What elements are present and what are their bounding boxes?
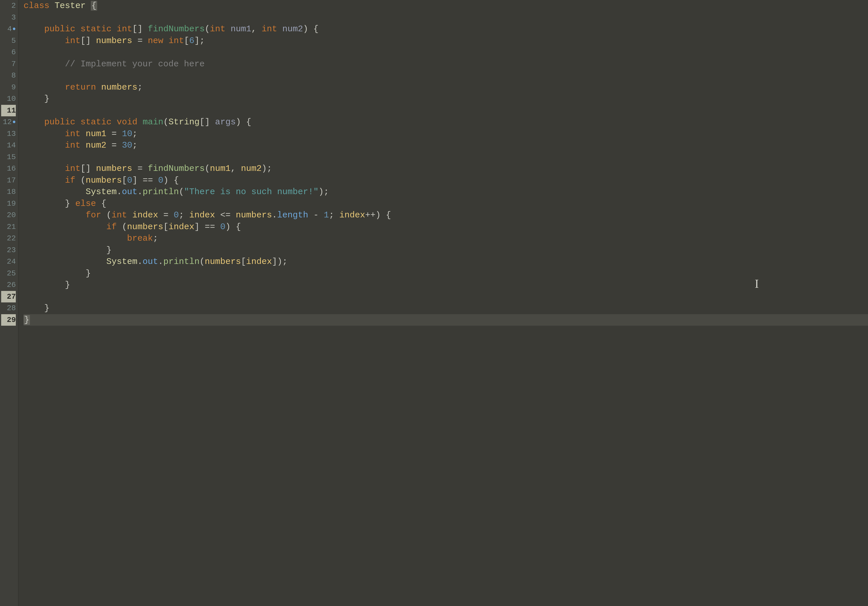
line-number-gutter[interactable]: 2 3 4● 5 6 7 8 9 10 11 12● 13 14 15 16 1… (0, 0, 19, 606)
line-number[interactable]: 3 (1, 12, 16, 23)
code-line[interactable] (23, 12, 868, 23)
line-number[interactable]: 17 (1, 175, 16, 186)
line-number[interactable]: 21 (1, 221, 16, 233)
code-line[interactable]: } (23, 314, 868, 326)
code-line[interactable]: public static int[] findNumbers(int num1… (23, 23, 868, 35)
line-number[interactable]: 9 (1, 82, 16, 93)
code-line[interactable]: class Tester { (23, 0, 868, 12)
code-line[interactable]: System.out.println("There is no such num… (23, 186, 868, 198)
line-number[interactable]: 18 (1, 186, 16, 198)
line-number[interactable]: 22 (1, 233, 16, 244)
code-line[interactable]: int num1 = 10; (23, 128, 868, 140)
line-number[interactable]: 12● (1, 116, 16, 128)
breakpoint-icon[interactable]: ● (12, 119, 16, 125)
code-line[interactable]: return numbers; (23, 82, 868, 93)
line-number[interactable]: 29 (1, 314, 16, 326)
code-line[interactable]: } else { (23, 198, 868, 210)
code-line[interactable]: break; (23, 233, 868, 244)
code-line[interactable]: if (numbers[index] == 0) { (23, 221, 868, 233)
code-line[interactable]: } (23, 267, 868, 280)
line-number[interactable]: 19 (1, 198, 16, 210)
code-line[interactable] (23, 291, 868, 303)
code-line[interactable]: if (numbers[0] == 0) { (23, 175, 868, 186)
line-number[interactable]: 8 (1, 70, 16, 82)
code-line[interactable]: int[] numbers = findNumbers(num1, num2); (23, 163, 868, 175)
line-number[interactable]: 24 (1, 256, 16, 267)
line-number[interactable]: 27 (1, 291, 16, 303)
line-number[interactable]: 23 (1, 244, 16, 256)
code-line[interactable]: // Implement your code here (23, 58, 868, 70)
line-number[interactable]: 20 (1, 209, 16, 221)
line-number[interactable]: 10 (1, 93, 16, 105)
line-number[interactable]: 16 (1, 163, 16, 175)
code-line[interactable]: int[] numbers = new int[6]; (23, 35, 868, 47)
code-line[interactable] (23, 46, 868, 58)
breakpoint-icon[interactable]: ● (12, 26, 16, 32)
code-editor[interactable]: 2 3 4● 5 6 7 8 9 10 11 12● 13 14 15 16 1… (0, 0, 868, 606)
line-number[interactable]: 26 (1, 279, 16, 291)
code-line[interactable] (23, 105, 868, 117)
code-line[interactable]: } (23, 93, 868, 105)
code-line[interactable]: } (23, 279, 868, 291)
code-area[interactable]: class Tester { public static int[] findN… (19, 0, 868, 606)
line-number[interactable]: 2 (1, 0, 16, 12)
code-line[interactable]: int num2 = 30; (23, 139, 868, 152)
line-number[interactable]: 28 (1, 302, 16, 314)
line-number[interactable]: 6 (1, 46, 16, 58)
code-line[interactable]: } (23, 244, 868, 256)
code-line[interactable]: for (int index = 0; index <= numbers.len… (23, 209, 868, 221)
code-line[interactable]: System.out.println(numbers[index]); (23, 256, 868, 267)
line-number[interactable]: 11 (1, 105, 16, 117)
line-number[interactable]: 15 (1, 152, 16, 163)
code-line[interactable] (23, 152, 868, 163)
code-line[interactable]: } (23, 302, 868, 314)
text-cursor-icon: I (755, 276, 759, 292)
line-number[interactable]: 7 (1, 58, 16, 70)
line-number[interactable]: 4● (1, 23, 16, 35)
line-number[interactable]: 5 (1, 35, 16, 47)
line-number[interactable]: 13 (1, 128, 16, 140)
line-number[interactable]: 25 (1, 267, 16, 280)
code-line[interactable]: public static void main(String[] args) { (23, 116, 868, 128)
code-line[interactable] (23, 70, 868, 82)
line-number[interactable]: 14 (1, 139, 16, 152)
